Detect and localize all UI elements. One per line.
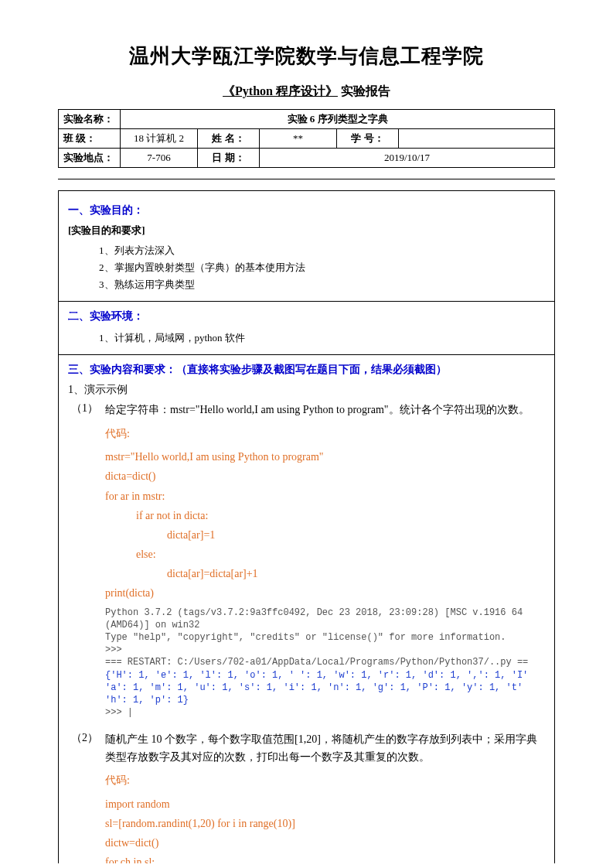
report-subtitle: 《Python 程序设计》 实验报告: [58, 84, 555, 100]
id-value: [399, 129, 555, 149]
question-2: （2） 随机产生 10 个数字，每个数字取值范围[1,20]，将随机产生的数字存…: [68, 731, 545, 863]
section-2-list: 1、计算机，局域网，python 软件: [68, 330, 545, 347]
section-1-sub: [实验目的和要求]: [68, 224, 545, 238]
name-value: **: [260, 129, 337, 149]
divider: [58, 179, 555, 179]
exp-name-label: 实验名称：: [59, 110, 121, 129]
q1-text: 给定字符串：mstr="Hello world,I am using Pytho…: [105, 402, 545, 419]
id-label: 学 号：: [337, 129, 399, 149]
date-value: 2019/10/17: [260, 149, 555, 168]
loc-value: 7-706: [121, 149, 198, 168]
institution-title: 温州大学瓯江学院数学与信息工程学院: [58, 43, 555, 70]
q2-text: 随机产生 10 个数字，每个数字取值范围[1,20]，将随机产生的数字存放到列表…: [105, 731, 545, 766]
inner-divider: [59, 301, 554, 302]
q1-console: Python 3.7.2 (tags/v3.7.2:9a3ffc0492, De…: [105, 607, 545, 719]
info-table: 实验名称： 实验 6 序列类型之字典 班 级： 18 计算机 2 姓 名： **…: [58, 109, 555, 168]
question-1: （1） 给定字符串：mstr="Hello world,I am using P…: [68, 402, 545, 723]
exp-name-value: 实验 6 序列类型之字典: [121, 110, 555, 129]
section-3-title: 三、实验内容和要求：（直接将实验步骤及截图写在题目下面，结果必须截图）: [68, 363, 545, 377]
section-1-list: 1、列表方法深入 2、掌握内置映射类型（字典）的基本使用方法 3、熟练运用字典类…: [68, 242, 545, 293]
class-label: 班 级：: [59, 129, 121, 149]
section-2-title: 二、实验环境：: [68, 309, 545, 323]
section-3-intro: 1、演示示例: [68, 383, 545, 397]
date-label: 日 期：: [198, 149, 260, 168]
name-label: 姓 名：: [198, 129, 260, 149]
q2-num: （2）: [68, 731, 105, 863]
q1-code-label: 代码:: [105, 425, 545, 443]
class-value: 18 计算机 2: [121, 129, 198, 149]
q1-num: （1）: [68, 402, 105, 723]
section-1-title: 一、实验目的：: [68, 203, 545, 217]
q2-code-label: 代码:: [105, 772, 545, 789]
content-box: 一、实验目的： [实验目的和要求] 1、列表方法深入 2、掌握内置映射类型（字典…: [58, 190, 555, 863]
loc-label: 实验地点：: [59, 149, 121, 168]
inner-divider: [59, 354, 554, 355]
